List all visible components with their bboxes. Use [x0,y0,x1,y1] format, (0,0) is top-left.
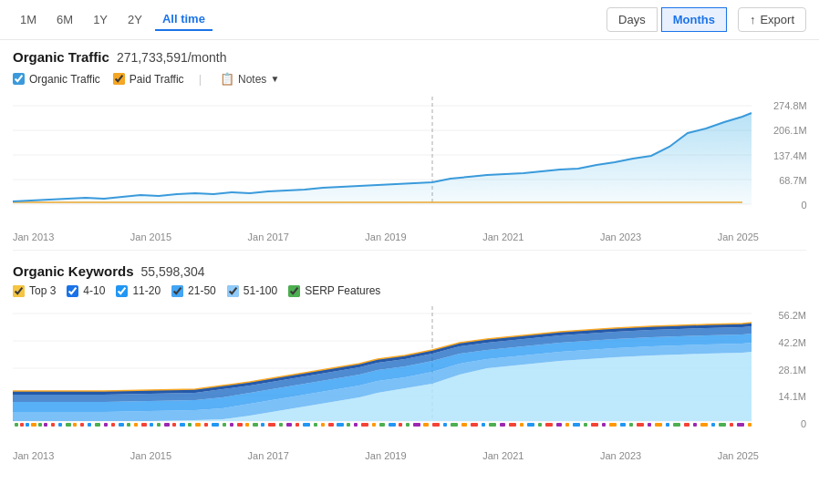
svg-rect-63 [354,423,358,427]
svg-rect-105 [737,423,744,427]
svg-rect-23 [38,423,42,427]
organic-traffic-chart-wrapper: 274.8M 206.1M 137.4M 68.7M 0 [13,97,806,229]
top3-legend-item[interactable]: Top 3 [13,284,56,297]
paid-traffic-checkbox[interactable] [113,73,125,85]
svg-rect-89 [591,423,598,427]
svg-rect-38 [150,423,153,427]
svg-rect-106 [748,423,752,427]
svg-rect-64 [361,423,368,427]
svg-rect-61 [337,423,344,427]
svg-rect-102 [711,423,715,427]
svg-rect-104 [730,423,733,427]
serp-features-checkbox[interactable] [288,285,300,297]
svg-rect-24 [44,423,47,427]
time-filters: 1M 6M 1Y 2Y All time [13,8,606,31]
top3-checkbox[interactable] [13,285,25,297]
svg-rect-42 [180,423,185,427]
svg-rect-70 [413,423,420,427]
organic-traffic-section: Organic Traffic 271,733,591/month Organi… [0,40,819,97]
notes-chevron-icon: ▼ [270,74,279,84]
svg-rect-99 [684,423,689,427]
svg-rect-82 [527,423,534,427]
svg-rect-98 [673,423,680,427]
svg-rect-44 [195,423,201,427]
svg-rect-31 [95,423,100,427]
filter-2y[interactable]: 2Y [120,9,150,30]
organic-keywords-y-axis: 56.2M 42.2M 28.1M 14.1M 0 [770,306,806,447]
svg-rect-92 [620,423,626,427]
organic-traffic-svg-container [13,97,770,229]
organic-traffic-checkbox[interactable] [13,73,25,85]
export-icon: ↑ [750,13,756,26]
svg-rect-88 [584,423,587,427]
organic-traffic-chart [13,97,770,229]
svg-rect-35 [127,423,130,427]
svg-rect-79 [500,423,505,427]
svg-rect-27 [66,423,71,427]
serp-features-legend-item[interactable]: SERP Features [288,284,380,297]
svg-rect-26 [58,423,62,427]
filter-1y[interactable]: 1Y [86,9,115,30]
51-100-legend-item[interactable]: 51-100 [227,284,277,297]
svg-rect-47 [223,423,226,427]
svg-rect-78 [489,423,496,427]
section-divider [13,250,806,251]
svg-rect-58 [314,423,317,427]
export-button[interactable]: ↑ Export [738,7,806,32]
svg-rect-39 [157,423,161,427]
51-100-checkbox[interactable] [227,285,239,297]
svg-rect-22 [31,423,36,427]
svg-marker-6 [13,113,752,204]
organic-traffic-header: Organic Traffic 271,733,591/month [13,49,806,65]
21-50-legend-item[interactable]: 21-50 [171,284,216,297]
svg-rect-33 [111,423,115,427]
svg-rect-59 [321,423,325,427]
svg-rect-30 [88,423,91,427]
svg-rect-57 [303,423,310,427]
svg-rect-75 [461,423,467,427]
serp-features-strip [15,423,752,427]
svg-rect-91 [609,423,617,427]
svg-rect-85 [556,423,562,427]
svg-rect-72 [432,423,440,427]
svg-rect-37 [141,423,147,427]
svg-rect-90 [602,423,606,427]
organic-traffic-legend-item[interactable]: Organic Traffic [13,73,100,86]
organic-keywords-chart-wrapper: 56.2M 42.2M 28.1M 14.1M 0 [13,306,806,447]
months-button[interactable]: Months [661,7,727,32]
paid-traffic-legend-item[interactable]: Paid Traffic [113,73,184,86]
organic-traffic-y-axis: 274.8M 206.1M 137.4M 68.7M 0 [770,97,807,229]
svg-rect-94 [637,423,644,427]
filter-1m[interactable]: 1M [13,9,44,30]
svg-rect-25 [51,423,55,427]
4-10-legend-item[interactable]: 4-10 [67,284,105,297]
organic-keywords-chart-area: 56.2M 42.2M 28.1M 14.1M 0 Jan 2013 Jan 2… [13,306,806,461]
11-20-checkbox[interactable] [116,285,128,297]
organic-traffic-x-axis: Jan 2013 Jan 2015 Jan 2017 Jan 2019 Jan … [13,229,806,242]
svg-rect-51 [253,423,258,427]
svg-rect-69 [406,423,410,427]
svg-rect-103 [719,423,726,427]
days-button[interactable]: Days [606,7,658,32]
notes-button[interactable]: 📋 Notes ▼ [216,70,283,87]
svg-rect-74 [451,423,458,427]
svg-rect-48 [230,423,233,427]
organic-traffic-chart-area: 274.8M 206.1M 137.4M 68.7M 0 Jan 2013 Ja… [13,97,806,242]
svg-rect-60 [328,423,334,427]
svg-rect-68 [399,423,402,427]
organic-keywords-section: Organic Keywords 55,598,304 Top 3 4-10 1… [0,258,819,306]
svg-rect-83 [538,423,542,427]
21-50-checkbox[interactable] [171,285,183,297]
svg-rect-49 [237,423,243,427]
svg-rect-97 [666,423,669,427]
svg-rect-62 [347,423,350,427]
svg-rect-46 [212,423,219,427]
filter-6m[interactable]: 6M [49,9,80,30]
4-10-checkbox[interactable] [67,285,78,297]
11-20-legend-item[interactable]: 11-20 [116,284,161,297]
svg-rect-73 [443,423,447,427]
svg-rect-45 [204,423,208,427]
svg-rect-41 [172,423,176,427]
filter-all-time[interactable]: All time [155,8,213,31]
organic-keywords-title: Organic Keywords [13,263,134,279]
